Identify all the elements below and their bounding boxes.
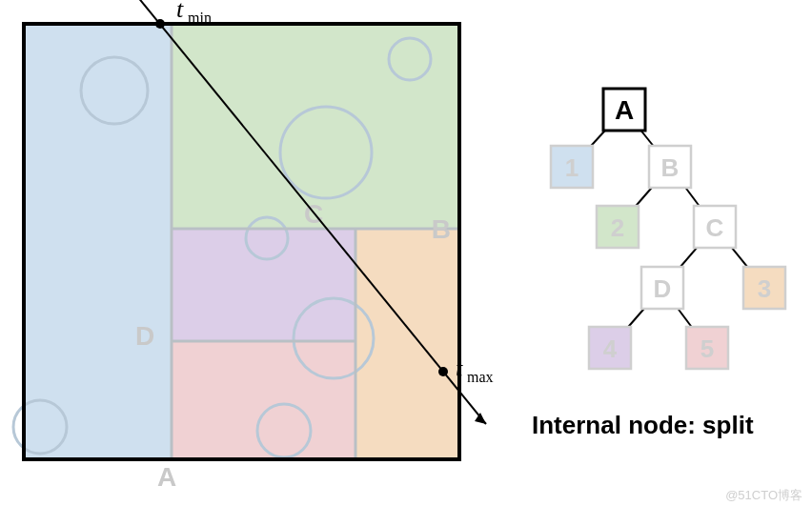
svg-marker-12: [475, 413, 486, 424]
svg-text:D: D: [654, 274, 672, 303]
svg-text:B: B: [661, 153, 680, 182]
svg-point-14: [438, 367, 448, 376]
split-label-D: D: [135, 321, 154, 351]
tree-node-D: D: [641, 267, 683, 309]
split-label-B: B: [432, 214, 451, 244]
svg-point-13: [155, 19, 165, 29]
bsp-tree: A B C D 1 2: [551, 89, 785, 369]
partition-box: A B C D t min t max: [13, 0, 494, 492]
split-label-A: A: [157, 462, 176, 492]
t-min-label: t min: [176, 0, 212, 26]
region-3: [355, 229, 459, 459]
svg-text:C: C: [706, 213, 724, 242]
svg-text:4: 4: [603, 334, 618, 363]
tree-leaf-5: 5: [686, 327, 728, 369]
region-4: [172, 229, 355, 341]
tree-node-B: B: [649, 146, 691, 188]
svg-text:A: A: [615, 95, 634, 125]
svg-text:1: 1: [565, 153, 579, 182]
svg-text:3: 3: [758, 274, 771, 303]
tree-node-A: A: [603, 89, 645, 131]
svg-text:2: 2: [611, 213, 624, 242]
svg-text:t: t: [456, 354, 463, 382]
tree-node-C: C: [694, 206, 736, 248]
kdtree-diagram: A B C D t min t max: [0, 0, 812, 506]
tree-leaf-3: 3: [743, 267, 785, 309]
svg-text:min: min: [188, 10, 212, 26]
svg-text:5: 5: [700, 334, 714, 363]
t-max-label: t max: [456, 354, 494, 385]
caption-text: Internal node: split: [532, 411, 754, 439]
region-5: [172, 341, 355, 459]
tree-leaf-4: 4: [589, 327, 631, 369]
svg-text:max: max: [467, 369, 494, 385]
tree-leaf-2: 2: [597, 206, 639, 248]
tree-leaf-1: 1: [551, 146, 593, 188]
svg-text:t: t: [176, 0, 184, 23]
region-1: [24, 24, 172, 459]
watermark: @51CTO博客: [725, 487, 802, 504]
